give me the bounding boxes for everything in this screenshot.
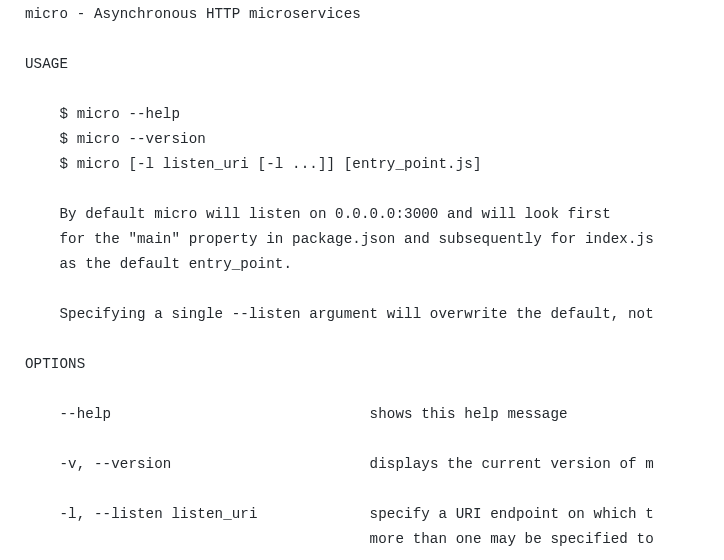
option-desc: specify a URI endpoint on which t	[370, 506, 654, 522]
option-desc: more than one may be specified to	[370, 531, 654, 547]
usage-line: $ micro --version	[59, 131, 205, 147]
usage-desc: Specifying a single --listen argument wi…	[59, 306, 653, 322]
usage-line: $ micro --help	[59, 106, 180, 122]
usage-line: $ micro [-l listen_uri [-l ...]] [entry_…	[59, 156, 481, 172]
usage-desc: as the default entry_point.	[59, 256, 292, 272]
title-line: micro - Asynchronous HTTP microservices	[25, 6, 361, 22]
options-heading: OPTIONS	[25, 356, 85, 372]
usage-heading: USAGE	[25, 56, 68, 72]
usage-desc: for the "main" property in package.json …	[59, 231, 653, 247]
option-desc: shows this help message	[370, 406, 568, 422]
option-desc: displays the current version of m	[370, 456, 654, 472]
option-flag: -l, --listen listen_uri	[59, 506, 257, 522]
option-flag: --help	[59, 406, 111, 422]
usage-desc: By default micro will listen on 0.0.0.0:…	[59, 206, 610, 222]
help-text: micro - Asynchronous HTTP microservices …	[0, 0, 724, 552]
option-flag: -v, --version	[59, 456, 171, 472]
